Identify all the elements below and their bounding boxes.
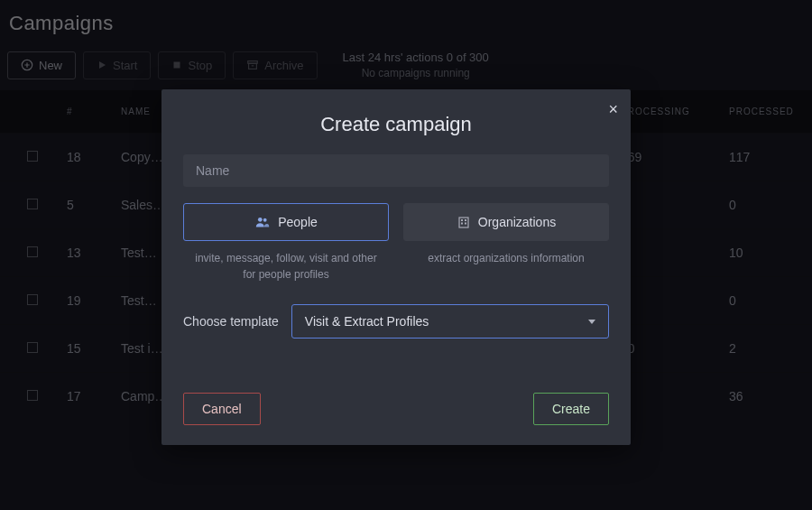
cell-processed: 36 bbox=[722, 372, 812, 420]
stats-block: Last 24 hrs' actions 0 of 300 No campaig… bbox=[343, 50, 489, 81]
archive-icon bbox=[246, 59, 259, 71]
row-checkbox[interactable] bbox=[27, 342, 38, 353]
archive-button[interactable]: Archive bbox=[233, 51, 317, 79]
stats-line1: Last 24 hrs' actions 0 of 300 bbox=[343, 50, 489, 66]
type-people-button[interactable]: People bbox=[183, 203, 389, 241]
stop-icon bbox=[171, 60, 182, 70]
stop-button[interactable]: Stop bbox=[158, 51, 226, 79]
type-orgs-button[interactable]: Organizations bbox=[403, 203, 609, 241]
row-checkbox[interactable] bbox=[27, 246, 38, 257]
create-campaign-modal: × Create campaign People invite, message… bbox=[161, 89, 631, 445]
row-checkbox[interactable] bbox=[27, 390, 38, 401]
col-num: # bbox=[60, 90, 114, 134]
plus-circle-icon bbox=[21, 59, 33, 71]
modal-title: Create campaign bbox=[183, 113, 609, 136]
svg-point-5 bbox=[263, 218, 267, 222]
new-button[interactable]: New bbox=[7, 51, 76, 79]
close-icon[interactable]: × bbox=[608, 100, 618, 119]
row-checkbox[interactable] bbox=[27, 294, 38, 305]
start-button[interactable]: Start bbox=[83, 51, 151, 79]
svg-rect-10 bbox=[465, 223, 466, 225]
cell-processed: 10 bbox=[722, 228, 812, 276]
create-button[interactable]: Create bbox=[533, 393, 609, 425]
cell-num: 19 bbox=[60, 276, 114, 324]
archive-label: Archive bbox=[264, 59, 303, 72]
cancel-button[interactable]: Cancel bbox=[183, 393, 261, 425]
svg-rect-7 bbox=[461, 219, 463, 221]
toolbar: New Start Stop Archive Last 24 hrs' acti… bbox=[0, 41, 812, 90]
new-label: New bbox=[39, 59, 62, 72]
cell-processed: 0 bbox=[722, 181, 812, 228]
people-icon bbox=[254, 216, 271, 228]
chevron-down-icon bbox=[588, 320, 595, 324]
cell-num: 5 bbox=[60, 181, 114, 228]
cell-num: 18 bbox=[60, 133, 114, 181]
type-orgs-desc: extract organizations information bbox=[403, 250, 609, 266]
cell-processed: 117 bbox=[722, 133, 812, 181]
cell-num: 17 bbox=[60, 372, 114, 420]
template-label: Choose template bbox=[183, 314, 279, 329]
template-select[interactable]: Visit & Extract Profiles bbox=[291, 304, 609, 338]
stats-line2: No campaigns running bbox=[343, 66, 489, 81]
svg-rect-6 bbox=[459, 218, 468, 227]
cell-processed: 2 bbox=[722, 324, 812, 372]
svg-rect-9 bbox=[461, 223, 463, 225]
template-value: Visit & Extract Profiles bbox=[305, 314, 429, 329]
page-title: Campaigns bbox=[0, 0, 812, 41]
row-checkbox[interactable] bbox=[27, 151, 38, 162]
start-label: Start bbox=[113, 59, 137, 72]
svg-rect-8 bbox=[465, 219, 466, 221]
col-processed: PROCESSED bbox=[722, 90, 812, 134]
type-people-label: People bbox=[278, 215, 318, 229]
cell-num: 13 bbox=[60, 228, 114, 276]
building-icon bbox=[457, 216, 471, 228]
row-checkbox[interactable] bbox=[27, 199, 38, 209]
play-icon bbox=[97, 60, 107, 70]
stop-label: Stop bbox=[188, 59, 212, 72]
svg-rect-1 bbox=[174, 62, 180, 69]
campaign-name-input[interactable] bbox=[183, 154, 609, 187]
type-people-desc: invite, message, follow, visit and other… bbox=[183, 250, 389, 283]
col-checkbox bbox=[0, 90, 60, 134]
cell-processed: 0 bbox=[722, 276, 812, 324]
type-orgs-label: Organizations bbox=[478, 215, 556, 229]
svg-point-4 bbox=[258, 218, 263, 222]
cell-num: 15 bbox=[60, 324, 114, 372]
